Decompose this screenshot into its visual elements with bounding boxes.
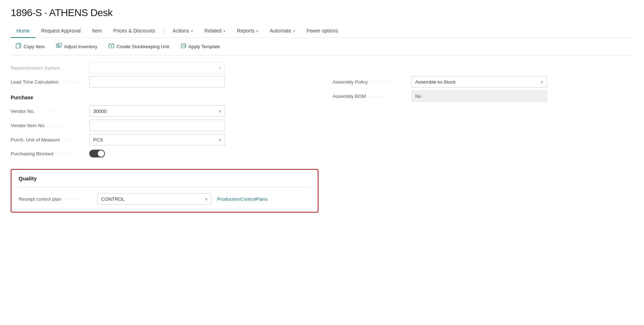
- vendor-no-select[interactable]: 30000: [89, 105, 225, 117]
- vendor-no-field: 30000 ∨: [89, 105, 311, 117]
- assembly-policy-row: Assembly Policy ·········· Assemble-to-S…: [333, 75, 633, 89]
- assembly-bom-row: Assembly BOM ·········· No: [333, 89, 633, 103]
- adjust-inventory-button[interactable]: Adjust Inventory: [51, 41, 102, 52]
- svg-rect-1: [16, 44, 20, 48]
- purchase-section-row: Purchase: [11, 89, 311, 104]
- lead-time-field[interactable]: [89, 76, 311, 88]
- quality-title: Quality: [19, 175, 311, 181]
- purchase-heading: Purchase: [11, 90, 33, 102]
- form-left-column: Replenishment System ∨ Lead Time Calcula…: [11, 61, 311, 160]
- lead-time-label: Lead Time Calculation ·········: [11, 79, 89, 85]
- purchasing-blocked-label: Purchasing Blocked ·········: [11, 151, 89, 156]
- vendor-no-label: Vendor No. ··········: [11, 109, 89, 114]
- assembly-policy-label: Assembly Policy ··········: [333, 79, 411, 85]
- nav-home[interactable]: Home: [11, 24, 35, 38]
- assembly-policy-field: Assemble-to-Stock ∨: [411, 76, 633, 88]
- label-dots: ··········: [369, 79, 391, 85]
- apply-template-icon: [181, 43, 186, 50]
- toggle-knob: [98, 150, 104, 157]
- replenishment-field: ∨: [89, 62, 311, 74]
- nav-item[interactable]: Item: [86, 24, 107, 38]
- create-stockkeeping-icon: [109, 43, 114, 50]
- nav-prices-discounts[interactable]: Prices & Discounts: [107, 24, 161, 38]
- assembly-bom-label: Assembly BOM ··········: [333, 94, 411, 99]
- nav-actions[interactable]: Actions ∨: [167, 24, 199, 38]
- purch-uom-label: Purch. Unit of Measure ······: [11, 137, 89, 142]
- label-dots: ······: [61, 137, 83, 142]
- receipt-control-row: Receipt control plan ········· CONTROL ∨…: [19, 193, 311, 205]
- vendor-item-no-row: Vendor Item No. ···········: [11, 118, 311, 132]
- nav-fewer-options[interactable]: Fewer options: [301, 24, 344, 38]
- action-toolbar: Copy Item Adjust Inventory: [11, 38, 633, 55]
- create-stockkeeping-label: Create Stockkeeping Unit: [116, 44, 169, 49]
- label-dots: ·········: [60, 79, 81, 85]
- replenishment-select[interactable]: [89, 62, 225, 74]
- copy-item-label: Copy Item: [24, 44, 45, 49]
- nav-reports[interactable]: Reports ∨: [231, 24, 264, 38]
- purchasing-blocked-field: [89, 150, 311, 158]
- nav-automate[interactable]: Automate ∨: [264, 24, 301, 38]
- quality-section: Quality Receipt control plan ········· C…: [11, 169, 318, 212]
- apply-template-button[interactable]: Apply Template: [176, 41, 225, 52]
- purchasing-blocked-toggle[interactable]: [89, 150, 105, 158]
- assembly-bom-field: No: [411, 90, 633, 102]
- receipt-control-field: CONTROL ∨ ProductionControlPlans: [97, 193, 311, 205]
- top-right-row: [333, 61, 633, 75]
- create-stockkeeping-button[interactable]: Create Stockkeeping Unit: [104, 41, 174, 52]
- copy-item-icon: [16, 43, 21, 50]
- quality-divider: [19, 187, 311, 188]
- label-dots: ·········: [55, 151, 76, 156]
- replenishment-label: Replenishment System: [11, 65, 89, 71]
- nav-request-approval[interactable]: Request Approval: [35, 24, 86, 38]
- lead-time-input[interactable]: [89, 76, 225, 88]
- label-dots: ··········: [367, 94, 389, 99]
- purch-uom-field: PCS ∨: [89, 134, 311, 145]
- purchasing-blocked-row: Purchasing Blocked ·········: [11, 147, 311, 160]
- production-control-plans-link[interactable]: ProductionControlPlans: [217, 196, 268, 202]
- automate-chevron-icon: ∨: [293, 29, 295, 33]
- purch-uom-select[interactable]: PCS: [89, 134, 225, 145]
- form-content: Replenishment System ∨ Lead Time Calcula…: [11, 61, 633, 160]
- vendor-item-label: Vendor Item No. ···········: [11, 123, 89, 128]
- receipt-control-select[interactable]: CONTROL: [97, 193, 211, 205]
- label-dots: ··········: [36, 109, 58, 114]
- nav-bar: Home Request Approval Item Prices & Disc…: [11, 24, 633, 38]
- adjust-inventory-icon: [56, 43, 62, 50]
- lead-time-row: Lead Time Calculation ·········: [11, 75, 311, 89]
- related-chevron-icon: ∨: [223, 29, 226, 33]
- receipt-control-label: Receipt control plan ·········: [19, 196, 97, 202]
- purch-uom-row: Purch. Unit of Measure ······ PCS ∨: [11, 132, 311, 147]
- nav-separator: [164, 28, 164, 35]
- form-right-column: Assembly Policy ·········· Assemble-to-S…: [333, 61, 633, 160]
- reports-chevron-icon: ∨: [256, 29, 258, 33]
- adjust-inventory-label: Adjust Inventory: [64, 44, 97, 49]
- label-dots: ···········: [47, 123, 69, 128]
- replenishment-row: Replenishment System ∨: [11, 61, 311, 75]
- apply-template-label: Apply Template: [188, 44, 220, 49]
- assembly-bom-value: No: [411, 90, 547, 102]
- vendor-item-field[interactable]: [89, 120, 311, 131]
- nav-related[interactable]: Related ∨: [199, 24, 231, 38]
- page-title: 1896-S · ATHENS Desk: [11, 7, 633, 19]
- copy-item-button[interactable]: Copy Item: [11, 41, 50, 52]
- vendor-no-row: Vendor No. ·········· 30000 ∨: [11, 104, 311, 118]
- assembly-policy-select[interactable]: Assemble-to-Stock: [411, 76, 547, 88]
- actions-chevron-icon: ∨: [191, 29, 193, 33]
- vendor-item-input[interactable]: [89, 120, 225, 131]
- label-dots: ·········: [62, 196, 83, 202]
